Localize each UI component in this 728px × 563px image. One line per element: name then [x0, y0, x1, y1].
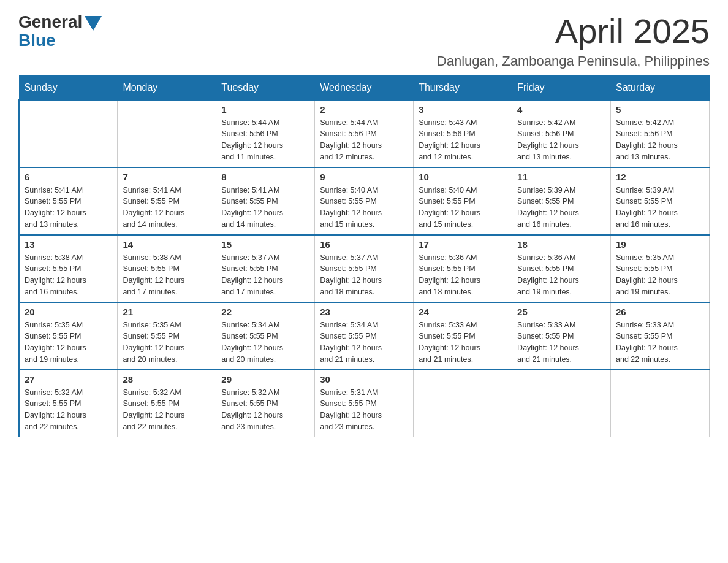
- page-header: General Blue April 2025 Danlugan, Zamboa…: [18, 12, 710, 69]
- calendar-cell: 22Sunrise: 5:34 AMSunset: 5:55 PMDayligh…: [216, 302, 315, 370]
- calendar-week-row: 6Sunrise: 5:41 AMSunset: 5:55 PMDaylight…: [19, 167, 710, 235]
- day-info: Sunrise: 5:44 AMSunset: 5:56 PMDaylight:…: [320, 117, 408, 163]
- calendar-cell: 30Sunrise: 5:31 AMSunset: 5:55 PMDayligh…: [315, 370, 414, 437]
- day-info: Sunrise: 5:41 AMSunset: 5:55 PMDaylight:…: [123, 185, 211, 231]
- day-info: Sunrise: 5:36 AMSunset: 5:55 PMDaylight:…: [517, 252, 605, 298]
- calendar-cell: 4Sunrise: 5:42 AMSunset: 5:56 PMDaylight…: [512, 100, 611, 167]
- day-info: Sunrise: 5:39 AMSunset: 5:55 PMDaylight:…: [616, 185, 704, 231]
- calendar-cell: 10Sunrise: 5:40 AMSunset: 5:55 PMDayligh…: [414, 167, 512, 235]
- day-number: 7: [123, 172, 211, 182]
- day-info: Sunrise: 5:35 AMSunset: 5:55 PMDaylight:…: [123, 320, 211, 366]
- calendar-cell: 15Sunrise: 5:37 AMSunset: 5:55 PMDayligh…: [216, 235, 315, 302]
- calendar-cell: [118, 100, 216, 167]
- day-number: 1: [221, 104, 309, 115]
- calendar-cell: 20Sunrise: 5:35 AMSunset: 5:55 PMDayligh…: [19, 302, 118, 370]
- calendar-cell: 14Sunrise: 5:38 AMSunset: 5:55 PMDayligh…: [118, 235, 216, 302]
- calendar-cell: 9Sunrise: 5:40 AMSunset: 5:55 PMDaylight…: [315, 167, 414, 235]
- day-number: 24: [419, 307, 507, 317]
- day-number: 25: [517, 307, 605, 317]
- calendar-week-row: 13Sunrise: 5:38 AMSunset: 5:55 PMDayligh…: [19, 235, 710, 302]
- calendar-cell: 2Sunrise: 5:44 AMSunset: 5:56 PMDaylight…: [315, 100, 414, 167]
- calendar-cell: [19, 100, 118, 167]
- day-info: Sunrise: 5:31 AMSunset: 5:55 PMDaylight:…: [320, 387, 408, 433]
- day-number: 9: [320, 172, 408, 182]
- day-info: Sunrise: 5:43 AMSunset: 5:56 PMDaylight:…: [419, 117, 507, 163]
- day-number: 27: [25, 374, 112, 385]
- day-number: 22: [221, 307, 309, 317]
- day-info: Sunrise: 5:38 AMSunset: 5:55 PMDaylight:…: [25, 252, 112, 298]
- weekday-header-wednesday: Wednesday: [315, 75, 414, 100]
- day-info: Sunrise: 5:41 AMSunset: 5:55 PMDaylight:…: [221, 185, 309, 231]
- day-number: 30: [320, 374, 408, 385]
- calendar-cell: 12Sunrise: 5:39 AMSunset: 5:55 PMDayligh…: [611, 167, 710, 235]
- day-number: 8: [221, 172, 309, 182]
- day-info: Sunrise: 5:34 AMSunset: 5:55 PMDaylight:…: [320, 320, 408, 366]
- weekday-header-tuesday: Tuesday: [216, 75, 315, 100]
- calendar-cell: 3Sunrise: 5:43 AMSunset: 5:56 PMDaylight…: [414, 100, 512, 167]
- day-info: Sunrise: 5:42 AMSunset: 5:56 PMDaylight:…: [517, 117, 605, 163]
- day-info: Sunrise: 5:37 AMSunset: 5:55 PMDaylight:…: [320, 252, 408, 298]
- day-number: 13: [25, 239, 112, 250]
- day-number: 6: [25, 172, 112, 182]
- day-number: 4: [517, 104, 605, 115]
- calendar-header: SundayMondayTuesdayWednesdayThursdayFrid…: [19, 75, 710, 100]
- logo-general-text: General: [18, 12, 82, 32]
- calendar-cell: 18Sunrise: 5:36 AMSunset: 5:55 PMDayligh…: [512, 235, 611, 302]
- day-info: Sunrise: 5:32 AMSunset: 5:55 PMDaylight:…: [221, 387, 309, 433]
- location-title: Danlugan, Zamboanga Peninsula, Philippin…: [437, 53, 710, 69]
- calendar-week-row: 20Sunrise: 5:35 AMSunset: 5:55 PMDayligh…: [19, 302, 710, 370]
- day-info: Sunrise: 5:40 AMSunset: 5:55 PMDaylight:…: [419, 185, 507, 231]
- day-number: 10: [419, 172, 507, 182]
- calendar-cell: 21Sunrise: 5:35 AMSunset: 5:55 PMDayligh…: [118, 302, 216, 370]
- calendar-cell: 26Sunrise: 5:33 AMSunset: 5:55 PMDayligh…: [611, 302, 710, 370]
- day-number: 17: [419, 239, 507, 250]
- day-info: Sunrise: 5:41 AMSunset: 5:55 PMDaylight:…: [25, 185, 112, 231]
- calendar-cell: 7Sunrise: 5:41 AMSunset: 5:55 PMDaylight…: [118, 167, 216, 235]
- day-info: Sunrise: 5:39 AMSunset: 5:55 PMDaylight:…: [517, 185, 605, 231]
- day-info: Sunrise: 5:40 AMSunset: 5:55 PMDaylight:…: [320, 185, 408, 231]
- calendar-cell: 25Sunrise: 5:33 AMSunset: 5:55 PMDayligh…: [512, 302, 611, 370]
- calendar-cell: [611, 370, 710, 437]
- day-number: 2: [320, 104, 408, 115]
- calendar-cell: [512, 370, 611, 437]
- weekday-header-friday: Friday: [512, 75, 611, 100]
- day-number: 14: [123, 239, 211, 250]
- calendar-cell: 11Sunrise: 5:39 AMSunset: 5:55 PMDayligh…: [512, 167, 611, 235]
- calendar-week-row: 1Sunrise: 5:44 AMSunset: 5:56 PMDaylight…: [19, 100, 710, 167]
- calendar-table: SundayMondayTuesdayWednesdayThursdayFrid…: [18, 75, 710, 438]
- day-info: Sunrise: 5:35 AMSunset: 5:55 PMDaylight:…: [616, 252, 704, 298]
- weekday-header-saturday: Saturday: [611, 75, 710, 100]
- calendar-body: 1Sunrise: 5:44 AMSunset: 5:56 PMDaylight…: [19, 100, 710, 437]
- calendar-cell: 28Sunrise: 5:32 AMSunset: 5:55 PMDayligh…: [118, 370, 216, 437]
- day-info: Sunrise: 5:32 AMSunset: 5:55 PMDaylight:…: [25, 387, 112, 433]
- day-number: 16: [320, 239, 408, 250]
- day-info: Sunrise: 5:44 AMSunset: 5:56 PMDaylight:…: [221, 117, 309, 163]
- day-number: 28: [123, 374, 211, 385]
- calendar-cell: 1Sunrise: 5:44 AMSunset: 5:56 PMDaylight…: [216, 100, 315, 167]
- calendar-cell: [414, 370, 512, 437]
- day-info: Sunrise: 5:34 AMSunset: 5:55 PMDaylight:…: [221, 320, 309, 366]
- calendar-cell: 24Sunrise: 5:33 AMSunset: 5:55 PMDayligh…: [414, 302, 512, 370]
- day-number: 15: [221, 239, 309, 250]
- month-title: April 2025: [437, 12, 710, 50]
- weekday-header-thursday: Thursday: [414, 75, 512, 100]
- day-number: 19: [616, 239, 704, 250]
- calendar-cell: 5Sunrise: 5:42 AMSunset: 5:56 PMDaylight…: [611, 100, 710, 167]
- calendar-cell: 17Sunrise: 5:36 AMSunset: 5:55 PMDayligh…: [414, 235, 512, 302]
- calendar-cell: 27Sunrise: 5:32 AMSunset: 5:55 PMDayligh…: [19, 370, 118, 437]
- calendar-cell: 16Sunrise: 5:37 AMSunset: 5:55 PMDayligh…: [315, 235, 414, 302]
- calendar-cell: 13Sunrise: 5:38 AMSunset: 5:55 PMDayligh…: [19, 235, 118, 302]
- calendar-cell: 29Sunrise: 5:32 AMSunset: 5:55 PMDayligh…: [216, 370, 315, 437]
- day-info: Sunrise: 5:37 AMSunset: 5:55 PMDaylight:…: [221, 252, 309, 298]
- calendar-cell: 8Sunrise: 5:41 AMSunset: 5:55 PMDaylight…: [216, 167, 315, 235]
- day-number: 18: [517, 239, 605, 250]
- calendar-cell: 6Sunrise: 5:41 AMSunset: 5:55 PMDaylight…: [19, 167, 118, 235]
- day-number: 3: [419, 104, 507, 115]
- weekday-header-sunday: Sunday: [19, 75, 118, 100]
- day-info: Sunrise: 5:38 AMSunset: 5:55 PMDaylight:…: [123, 252, 211, 298]
- day-info: Sunrise: 5:33 AMSunset: 5:55 PMDaylight:…: [517, 320, 605, 366]
- day-number: 5: [616, 104, 704, 115]
- day-info: Sunrise: 5:36 AMSunset: 5:55 PMDaylight:…: [419, 252, 507, 298]
- day-number: 23: [320, 307, 408, 317]
- day-info: Sunrise: 5:42 AMSunset: 5:56 PMDaylight:…: [616, 117, 704, 163]
